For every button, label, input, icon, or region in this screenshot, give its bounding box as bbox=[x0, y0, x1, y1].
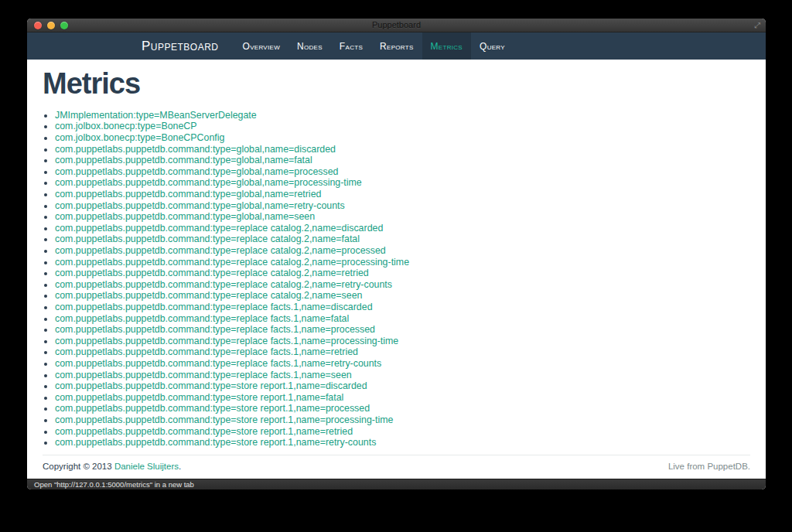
minimize-window-button[interactable] bbox=[47, 22, 55, 29]
metric-link[interactable]: com.puppetlabs.puppetdb.command:type=sto… bbox=[55, 392, 343, 403]
nav-link-query[interactable]: Query bbox=[471, 32, 514, 60]
page-title: Metrics bbox=[43, 69, 750, 100]
metric-list-item: com.puppetlabs.puppetdb.command:type=sto… bbox=[55, 380, 750, 392]
metric-link[interactable]: com.puppetlabs.puppetdb.command:type=rep… bbox=[55, 324, 375, 335]
copyright-prefix: Copyright © 2013 bbox=[43, 462, 112, 471]
author-link[interactable]: Daniele Sluijters bbox=[114, 462, 179, 471]
metric-link[interactable]: JMImplementation:type=MBeanServerDelegat… bbox=[55, 110, 257, 121]
metric-list-item: com.puppetlabs.puppetdb.command:type=rep… bbox=[55, 268, 750, 279]
metric-list-item: com.puppetlabs.puppetdb.command:type=rep… bbox=[55, 245, 750, 257]
nav-item-overview: Overview bbox=[234, 32, 288, 60]
metric-link[interactable]: com.puppetlabs.puppetdb.command:type=rep… bbox=[55, 279, 392, 290]
metric-link[interactable]: com.puppetlabs.puppetdb.command:type=glo… bbox=[55, 177, 362, 188]
metric-link[interactable]: com.puppetlabs.puppetdb.command:type=glo… bbox=[55, 189, 321, 200]
footer-block: Copyright © 2013 Daniele Sluijters. Live… bbox=[43, 450, 750, 479]
metric-link[interactable]: com.puppetlabs.puppetdb.command:type=rep… bbox=[55, 370, 352, 380]
main-content: Metrics JMImplementation:type=MBeanServe… bbox=[27, 60, 766, 479]
metric-list-item: com.puppetlabs.puppetdb.command:type=sto… bbox=[55, 392, 750, 404]
metric-list-item: JMImplementation:type=MBeanServerDelegat… bbox=[55, 110, 750, 121]
nav-link-facts[interactable]: Facts bbox=[331, 32, 371, 60]
window-titlebar[interactable]: Puppetboard ⤢ bbox=[27, 19, 766, 32]
metric-link[interactable]: com.puppetlabs.puppetdb.command:type=glo… bbox=[55, 200, 345, 211]
nav-item-nodes: Nodes bbox=[288, 32, 331, 60]
metric-link[interactable]: com.puppetlabs.puppetdb.command:type=glo… bbox=[55, 166, 338, 177]
metric-link[interactable]: com.puppetlabs.puppetdb.command:type=sto… bbox=[55, 437, 376, 448]
metric-list-item: com.jolbox.bonecp:type=BoneCP bbox=[55, 121, 750, 132]
metric-list-item: com.puppetlabs.puppetdb.command:type=rep… bbox=[55, 358, 750, 370]
metric-link[interactable]: com.puppetlabs.puppetdb.command:type=rep… bbox=[55, 223, 383, 234]
metric-list-item: com.jolbox.bonecp:type=BoneCPConfig bbox=[55, 132, 750, 144]
metric-list-item: com.puppetlabs.puppetdb.command:type=rep… bbox=[55, 370, 750, 381]
browser-status-bar: Open "http://127.0.0.1:5000/metrics" in … bbox=[27, 479, 766, 489]
nav-items: OverviewNodesFactsReportsMetricsQuery bbox=[234, 32, 514, 60]
nav-item-facts: Facts bbox=[331, 32, 371, 60]
metric-link[interactable]: com.puppetlabs.puppetdb.command:type=glo… bbox=[55, 155, 312, 165]
metric-list-item: com.puppetlabs.puppetdb.command:type=glo… bbox=[55, 144, 750, 155]
metric-list-item: com.puppetlabs.puppetdb.command:type=glo… bbox=[55, 166, 750, 178]
nav-item-query: Query bbox=[471, 32, 514, 60]
metric-link[interactable]: com.jolbox.bonecp:type=BoneCPConfig bbox=[55, 132, 224, 143]
metric-list-item: com.puppetlabs.puppetdb.command:type=glo… bbox=[55, 177, 750, 189]
metric-link[interactable]: com.puppetlabs.puppetdb.command:type=rep… bbox=[55, 302, 373, 312]
metric-list-item: com.puppetlabs.puppetdb.command:type=rep… bbox=[55, 346, 750, 358]
metric-link[interactable]: com.puppetlabs.puppetdb.command:type=rep… bbox=[55, 257, 409, 268]
metrics-list-container: JMImplementation:type=MBeanServerDelegat… bbox=[43, 107, 750, 450]
zoom-window-button[interactable] bbox=[60, 22, 68, 29]
metric-link[interactable]: com.puppetlabs.puppetdb.command:type=rep… bbox=[55, 358, 381, 369]
nav-item-reports: Reports bbox=[371, 32, 422, 60]
metric-list-item: com.puppetlabs.puppetdb.command:type=glo… bbox=[55, 211, 750, 223]
metric-list-item: com.puppetlabs.puppetdb.command:type=rep… bbox=[55, 279, 750, 291]
metric-list-item: com.puppetlabs.puppetdb.command:type=sto… bbox=[55, 414, 750, 426]
metric-list-item: com.puppetlabs.puppetdb.command:type=glo… bbox=[55, 155, 750, 166]
copyright-period: . bbox=[179, 462, 181, 471]
window-controls bbox=[34, 19, 68, 32]
metric-link[interactable]: com.puppetlabs.puppetdb.command:type=rep… bbox=[55, 245, 386, 256]
metric-link[interactable]: com.puppetlabs.puppetdb.command:type=rep… bbox=[55, 268, 369, 278]
app-window: Puppetboard ⤢ Puppetboard OverviewNodesF… bbox=[27, 19, 766, 489]
nav-link-nodes[interactable]: Nodes bbox=[288, 32, 331, 60]
metric-link[interactable]: com.puppetlabs.puppetdb.command:type=rep… bbox=[55, 313, 349, 324]
navbar-brand[interactable]: Puppetboard bbox=[142, 32, 219, 60]
metric-link[interactable]: com.puppetlabs.puppetdb.command:type=sto… bbox=[55, 414, 393, 425]
close-window-button[interactable] bbox=[34, 22, 42, 29]
metric-list-item: com.puppetlabs.puppetdb.command:type=rep… bbox=[55, 223, 750, 234]
metric-list-item: com.puppetlabs.puppetdb.command:type=rep… bbox=[55, 234, 750, 245]
metric-list-item: com.puppetlabs.puppetdb.command:type=rep… bbox=[55, 313, 750, 325]
puppetdb-status-text: Live from PuppetDB. bbox=[668, 462, 750, 471]
metric-list-item: com.puppetlabs.puppetdb.command:type=rep… bbox=[55, 290, 750, 302]
metric-link[interactable]: com.puppetlabs.puppetdb.command:type=rep… bbox=[55, 234, 360, 244]
window-title: Puppetboard bbox=[372, 19, 421, 32]
metric-link[interactable]: com.puppetlabs.puppetdb.command:type=rep… bbox=[55, 290, 362, 301]
nav-link-overview[interactable]: Overview bbox=[234, 32, 288, 60]
page-footer: Copyright © 2013 Daniele Sluijters. Live… bbox=[43, 455, 750, 479]
metric-link[interactable]: com.puppetlabs.puppetdb.command:type=glo… bbox=[55, 211, 315, 222]
metric-link[interactable]: com.puppetlabs.puppetdb.command:type=rep… bbox=[55, 346, 358, 357]
metric-list-item: com.puppetlabs.puppetdb.command:type=sto… bbox=[55, 403, 750, 414]
nav-item-metrics: Metrics bbox=[422, 32, 471, 60]
nav-link-metrics[interactable]: Metrics bbox=[422, 32, 471, 60]
metrics-list: JMImplementation:type=MBeanServerDelegat… bbox=[43, 110, 750, 450]
nav-link-reports[interactable]: Reports bbox=[371, 32, 422, 60]
metric-list-item: com.puppetlabs.puppetdb.command:type=rep… bbox=[55, 302, 750, 313]
metric-link[interactable]: com.puppetlabs.puppetdb.command:type=sto… bbox=[55, 403, 370, 414]
metric-link[interactable]: com.puppetlabs.puppetdb.command:type=sto… bbox=[55, 426, 353, 437]
metric-list-item: com.puppetlabs.puppetdb.command:type=rep… bbox=[55, 324, 750, 336]
metric-link[interactable]: com.jolbox.bonecp:type=BoneCP bbox=[55, 121, 197, 131]
fullscreen-icon[interactable]: ⤢ bbox=[754, 19, 760, 32]
navbar: Puppetboard OverviewNodesFactsReportsMet… bbox=[27, 32, 766, 60]
metric-list-item: com.puppetlabs.puppetdb.command:type=rep… bbox=[55, 257, 750, 268]
metric-list-item: com.puppetlabs.puppetdb.command:type=glo… bbox=[55, 189, 750, 200]
metric-list-item: com.puppetlabs.puppetdb.command:type=sto… bbox=[55, 437, 750, 448]
metric-list-item: com.puppetlabs.puppetdb.command:type=glo… bbox=[55, 200, 750, 212]
metric-link[interactable]: com.puppetlabs.puppetdb.command:type=glo… bbox=[55, 144, 336, 155]
metric-link[interactable]: com.puppetlabs.puppetdb.command:type=sto… bbox=[55, 380, 367, 391]
metric-list-item: com.puppetlabs.puppetdb.command:type=sto… bbox=[55, 426, 750, 438]
metric-list-item: com.puppetlabs.puppetdb.command:type=rep… bbox=[55, 336, 750, 347]
metric-link[interactable]: com.puppetlabs.puppetdb.command:type=rep… bbox=[55, 336, 398, 346]
copyright-text: Copyright © 2013 Daniele Sluijters. bbox=[43, 462, 181, 471]
status-bar-text: Open "http://127.0.0.1:5000/metrics" in … bbox=[34, 479, 194, 489]
